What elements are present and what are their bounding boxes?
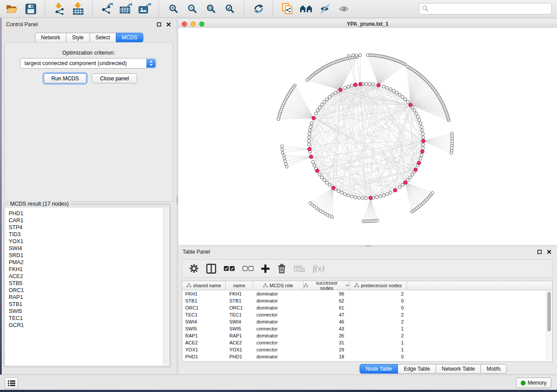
toolbar-separator [159,1,159,16]
tab-edge-table[interactable]: Edge Table [398,364,436,374]
duplicate-network-button[interactable] [281,2,294,16]
hide-selected-button[interactable] [318,2,332,16]
mcds-result-item[interactable]: SWI5 [9,308,169,315]
mcds-result-item[interactable]: FKH1 [9,266,169,273]
import-network-button[interactable] [53,2,66,16]
mcds-result-item[interactable]: TEC1 [9,315,169,322]
duplicate-network-icon [282,3,293,15]
mcds-result-item[interactable]: SWI4 [9,245,169,252]
tab-network[interactable]: Network [35,33,66,42]
table-row[interactable]: SWI4SWI4dominator462 [182,318,552,325]
tab-motifs[interactable]: Motifs [481,364,507,374]
first-neighbors-button[interactable] [300,2,313,16]
mcds-result-item[interactable]: ACE2 [9,273,169,280]
show-columns-button[interactable] [206,264,216,274]
control-panel-titlebar: Control Panel [2,20,176,29]
open-file-button[interactable] [5,2,18,16]
zoom-in-button[interactable] [167,2,180,16]
mcds-result-item[interactable]: YOX1 [9,238,169,245]
table-row[interactable]: FKH1FKH1dominator962 [182,290,552,297]
zoom-out-button[interactable] [186,2,199,16]
mcds-result-item[interactable]: GCR1 [9,322,169,329]
show-all-button[interactable] [337,2,350,16]
optimization-criterion-select[interactable]: largest connected component (undirected) [20,58,156,69]
memory-button[interactable]: Memory [516,378,551,388]
table-scrollbar-thumb[interactable] [547,292,551,331]
mcds-result-item[interactable]: STB5 [9,280,169,287]
table-row[interactable]: ORC1ORC1dominator610 [182,304,552,311]
column-header-shared-name[interactable]: shared name [182,281,226,290]
float-window-icon [537,250,542,254]
delete-column-button[interactable] [277,264,287,274]
select-all-rows-button[interactable] [224,266,235,272]
tab-mcds[interactable]: MCDS [116,33,143,42]
mcds-list-scrollbar[interactable] [163,208,168,365]
add-column-button[interactable] [261,265,270,273]
node-table: shared namenameMCDS rolesuccessor nodesp… [182,281,553,362]
search-input[interactable] [419,3,552,14]
tab-network-table[interactable]: Network Table [436,364,481,374]
function-builder-button: f(x) [313,264,324,273]
zoom-fit-button[interactable] [204,2,218,16]
attribute-type-icon [354,283,359,288]
gear-icon [189,264,199,273]
mcds-result-item[interactable]: CAR1 [9,217,169,224]
zoom-out-icon [187,4,197,14]
mcds-result-item[interactable]: PMA2 [9,259,169,266]
tab-style[interactable]: Style [66,33,90,42]
table-settings-button[interactable] [189,264,199,273]
table-row[interactable]: YOX1YOX1connector291 [182,346,552,353]
close-panel-button[interactable] [165,21,172,28]
table-hide-icon-disabled [294,264,305,273]
mcds-result-list[interactable]: PHD1CAR1STP4TID3YOX1SWI4SRD1PMA2FKH1ACE2… [5,208,169,365]
export-table-button[interactable] [119,2,132,16]
run-mcds-button[interactable]: Run MCDS [44,73,86,83]
horizontal-splitter-handle[interactable] [365,245,371,247]
deselect-all-rows-button[interactable] [242,266,254,272]
mcds-result-item[interactable]: RAP1 [9,294,169,301]
zoom-selected-icon [225,4,235,14]
table-row[interactable]: ACE2ACE2connector311 [182,339,552,346]
mcds-result-item[interactable]: PHD1 [9,210,169,217]
column-header-successor-nodes[interactable]: successor nodes [304,281,349,290]
column-header-name[interactable]: name [226,281,253,290]
close-panel-mcds-button[interactable]: Close panel [92,73,137,83]
show-eye-icon [339,5,349,13]
column-header-predecessor-nodes[interactable]: predecessor nodes [349,281,407,290]
minimize-window-traffic-light[interactable] [190,21,196,27]
table-row[interactable]: RAP1RAP1dominator352 [182,332,552,339]
mcds-result-item[interactable]: STP4 [9,224,169,231]
tab-select[interactable]: Select [90,33,116,42]
mcds-result-item[interactable]: STB1 [9,301,169,308]
table-row[interactable]: STB1STB1dominator620 [182,297,552,304]
float-table-panel-button[interactable] [536,248,543,255]
network-view[interactable] [178,28,557,245]
show-panels-menu-button[interactable] [5,377,18,389]
zoom-fit-icon [206,4,216,14]
select-all-icon [224,266,235,272]
save-session-button[interactable] [24,2,37,16]
close-table-panel-button[interactable] [546,248,553,255]
table-row[interactable]: SWI5SWI5connector431 [182,325,552,332]
import-table-button[interactable] [72,2,85,16]
refresh-view-button[interactable] [252,2,265,16]
zoom-selected-button[interactable] [223,2,236,16]
main-toolbar [0,0,557,18]
table-row[interactable]: PHD1PHD1dominator180 [182,353,552,360]
table-row[interactable]: TEC1TEC1connector472 [182,311,552,318]
zoom-window-traffic-light[interactable] [199,21,204,27]
mcds-result-item[interactable]: ORC1 [9,287,169,294]
export-table-icon [119,3,132,15]
tab-node-table[interactable]: Node Table [360,364,398,374]
mcds-result-groupbox: MCDS result (17 nodes) PHD1CAR1STP4TID3Y… [3,204,170,367]
float-panel-button[interactable] [156,21,163,28]
close-window-traffic-light[interactable] [182,21,187,27]
save-icon [25,3,36,14]
export-network-button[interactable] [100,2,114,16]
column-header-MCDS-role[interactable]: MCDS role [253,281,304,290]
export-image-button[interactable] [138,2,151,16]
table-scrollbar[interactable] [546,290,552,360]
mcds-result-item[interactable]: TID3 [9,231,169,238]
network-nodes [277,54,454,223]
mcds-result-item[interactable]: SRD1 [9,252,169,259]
